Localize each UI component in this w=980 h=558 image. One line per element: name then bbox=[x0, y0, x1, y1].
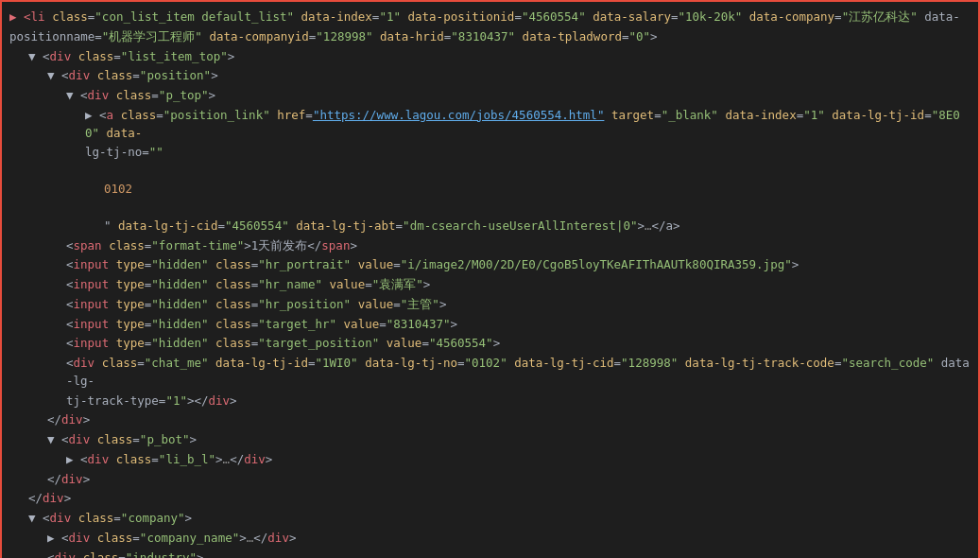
code-line: ▼ <div class="company"> bbox=[2, 509, 978, 529]
code-line bbox=[2, 163, 978, 180]
code-line: ▶ <div class="li_b_l">…</div> bbox=[2, 450, 978, 470]
code-line: <div class="industry"> bbox=[2, 549, 978, 559]
code-line: ▼ <div class="position"> bbox=[2, 66, 978, 86]
code-line: </div> bbox=[2, 410, 978, 430]
code-line: lg-tj-no="" bbox=[2, 143, 978, 163]
code-line: ▼ <div class="p_bot"> bbox=[2, 430, 978, 450]
code-editor: ▶ <li class="con_list_item default_list"… bbox=[0, 0, 980, 558]
code-line: <input type="hidden" class="target_hr" v… bbox=[2, 315, 978, 335]
code-line: ▶ <li class="con_list_item default_list"… bbox=[2, 8, 978, 27]
code-line: </div> bbox=[2, 489, 978, 509]
code-line bbox=[2, 200, 978, 217]
code-line: ▼ <div class="p_top"> bbox=[2, 86, 978, 106]
code-line: " data-lg-tj-cid="4560554" data-lg-tj-ab… bbox=[2, 217, 978, 236]
code-line: <input type="hidden" class="target_posit… bbox=[2, 334, 978, 354]
code-line: 0102 bbox=[2, 180, 978, 200]
code-line: ▶ <div class="company_name">…</div> bbox=[2, 529, 978, 549]
code-line: </div> bbox=[2, 470, 978, 490]
code-line: <div class="chat_me" data-lg-tj-id="1WI0… bbox=[2, 354, 978, 392]
code-line: tj-track-type="1"></div> bbox=[2, 392, 978, 411]
code-line: positionname="机器学习工程师" data-companyid="1… bbox=[2, 27, 978, 47]
code-line: <input type="hidden" class="hr_portrait"… bbox=[2, 255, 978, 275]
code-line: ▶ <a class="position_link" href="https:/… bbox=[2, 106, 978, 144]
code-line: <span class="format-time">1天前发布</span> bbox=[2, 236, 978, 256]
code-line: <input type="hidden" class="hr_position"… bbox=[2, 295, 978, 315]
code-line: <input type="hidden" class="hr_name" val… bbox=[2, 275, 978, 295]
code-line: ▼ <div class="list_item_top"> bbox=[2, 47, 978, 67]
